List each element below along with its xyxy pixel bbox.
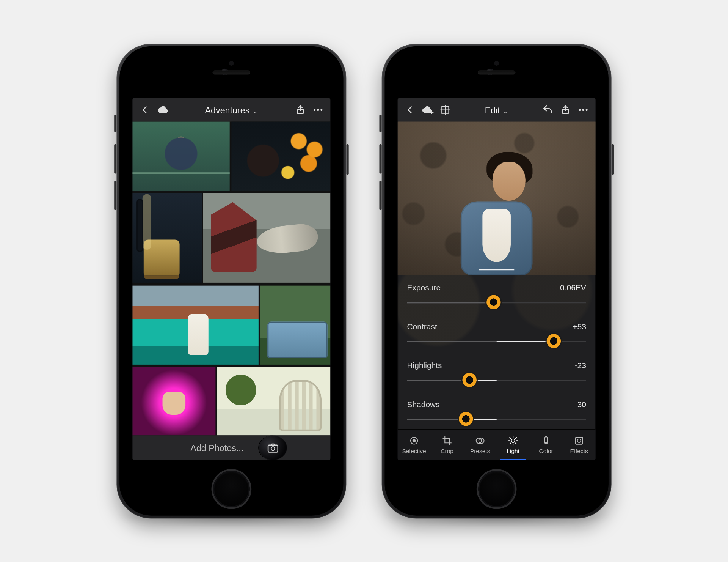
tool-selective[interactable]: Selective	[398, 429, 431, 460]
slider-knob[interactable]	[459, 412, 473, 426]
photo-thumbnail[interactable]	[132, 367, 215, 435]
light-sliders: Exposure-0.06EVContrast+53Highlights-23S…	[398, 275, 596, 429]
slider-track[interactable]	[407, 419, 586, 420]
topbar: Adventures⌄	[132, 98, 330, 121]
slider-knob[interactable]	[547, 334, 561, 348]
share-icon[interactable]	[559, 104, 572, 115]
slider-shadows: Shadows-30	[407, 394, 586, 433]
tool-label: Selective	[402, 448, 426, 454]
svg-point-31	[577, 439, 581, 442]
tool-label: Light	[507, 448, 519, 454]
cloud-icon[interactable]	[156, 104, 169, 116]
home-button[interactable]	[478, 471, 515, 507]
slider-label: Contrast	[407, 322, 437, 331]
slider-exposure: Exposure-0.06EV	[407, 277, 586, 316]
add-photos-bar: Add Photos...	[132, 435, 330, 460]
slider-value: +53	[573, 322, 586, 331]
tool-crop[interactable]: Crop	[431, 429, 464, 460]
photo-thumbnail[interactable]	[132, 121, 230, 191]
svg-point-2	[317, 109, 319, 110]
light-icon	[508, 435, 518, 446]
svg-point-12	[579, 109, 581, 110]
slider-label: Highlights	[407, 361, 442, 370]
back-icon[interactable]	[403, 104, 416, 115]
photo-thumbnail[interactable]	[203, 193, 331, 283]
crop-icon	[442, 435, 452, 446]
tool-strip: SelectiveCropPresetsLightColorEffects	[398, 429, 596, 460]
svg-line-27	[515, 437, 516, 438]
tool-label: Effects	[570, 448, 588, 454]
color-icon	[541, 435, 551, 446]
svg-point-3	[320, 109, 322, 110]
slider-value: -0.06EV	[557, 283, 586, 292]
svg-line-26	[510, 443, 511, 444]
slider-value: -30	[575, 400, 586, 409]
photo-thumbnail[interactable]	[132, 285, 259, 364]
presets-icon	[475, 435, 485, 446]
slider-label: Shadows	[407, 400, 439, 409]
tool-effects[interactable]: Effects	[563, 429, 596, 460]
selective-icon	[409, 435, 419, 446]
collection-title-text: Adventures	[205, 105, 249, 115]
photo-thumbnail[interactable]	[231, 121, 330, 191]
svg-rect-30	[576, 437, 583, 444]
photo-grid	[132, 121, 330, 435]
slider-knob[interactable]	[487, 295, 501, 309]
topbar: Edit⌄	[398, 98, 596, 121]
svg-point-16	[413, 439, 416, 442]
straighten-icon[interactable]	[439, 104, 452, 116]
effects-icon	[574, 435, 584, 446]
tool-color[interactable]: Color	[530, 429, 563, 460]
svg-line-24	[510, 437, 511, 438]
gallery-screen: Adventures⌄	[132, 98, 330, 460]
chevron-down-icon: ⌄	[252, 107, 258, 115]
cloud-add-icon[interactable]	[421, 104, 434, 116]
slider-track[interactable]	[407, 380, 586, 381]
camera-button[interactable]	[258, 435, 287, 460]
home-button[interactable]	[213, 471, 249, 507]
photo-thumbnail[interactable]	[217, 367, 330, 435]
slider-contrast: Contrast+53	[407, 316, 586, 355]
tool-light[interactable]: Light	[497, 429, 530, 460]
svg-point-19	[511, 439, 515, 442]
tool-label: Color	[539, 448, 553, 454]
svg-point-29	[545, 442, 547, 444]
chevron-down-icon: ⌄	[502, 107, 508, 115]
svg-point-14	[586, 109, 588, 110]
slider-highlights: Highlights-23	[407, 355, 586, 394]
svg-point-1	[314, 109, 315, 110]
slider-value: -23	[575, 361, 586, 370]
photo-thumbnail[interactable]	[260, 285, 330, 364]
back-icon[interactable]	[138, 104, 151, 115]
phone-editor: Edit⌄	[382, 44, 612, 518]
tool-label: Presets	[470, 448, 490, 454]
undo-icon[interactable]	[541, 104, 554, 116]
share-icon[interactable]	[294, 104, 307, 115]
tool-presets[interactable]: Presets	[464, 429, 497, 460]
photo-thumbnail[interactable]	[132, 193, 202, 283]
svg-rect-0	[297, 109, 303, 113]
phone-gallery: Adventures⌄	[116, 44, 346, 518]
edit-screen: Edit⌄	[398, 98, 596, 460]
slider-label: Exposure	[407, 283, 441, 292]
svg-line-25	[515, 443, 516, 444]
tool-label: Crop	[441, 448, 453, 454]
more-icon[interactable]	[577, 104, 590, 116]
slider-knob[interactable]	[463, 373, 477, 387]
mode-title-text: Edit	[485, 105, 500, 115]
more-icon[interactable]	[312, 104, 325, 116]
svg-point-5	[271, 447, 275, 450]
svg-rect-11	[562, 109, 568, 113]
photo-preview[interactable]	[398, 121, 596, 275]
svg-point-13	[582, 109, 584, 110]
